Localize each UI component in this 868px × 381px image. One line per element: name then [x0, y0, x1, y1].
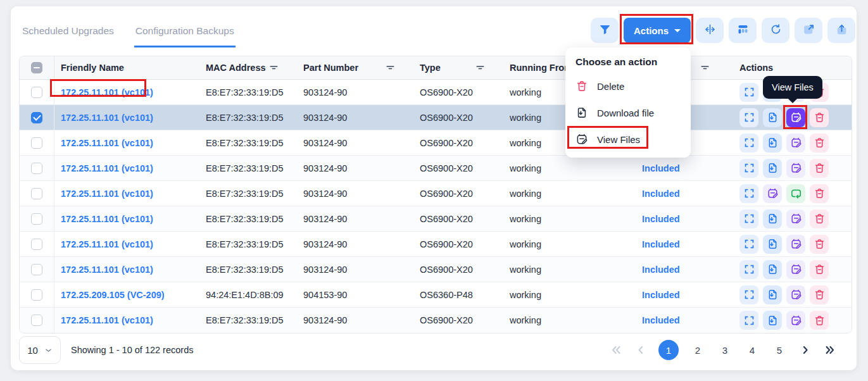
expand-icon[interactable] — [739, 108, 758, 127]
delete-icon[interactable] — [810, 311, 829, 330]
friendly-name-link[interactable]: 172.25.209.105 (VC-209) — [61, 290, 165, 300]
view-files-icon[interactable] — [786, 260, 805, 279]
view-files-icon[interactable] — [786, 159, 805, 178]
select-all-checkbox[interactable] — [31, 62, 42, 73]
included-link[interactable]: Included — [624, 214, 732, 224]
next-page-button[interactable] — [798, 343, 812, 357]
page-size-select[interactable]: 10 — [19, 336, 61, 364]
refresh-button[interactable] — [762, 18, 789, 43]
friendly-name-link[interactable]: 172.25.11.101 (vc101) — [61, 189, 153, 199]
column-resize-icon — [703, 23, 717, 39]
restore-icon[interactable] — [786, 184, 805, 203]
row-checkbox[interactable] — [31, 163, 42, 174]
download-file-icon[interactable] — [763, 134, 782, 153]
menu-item-download-file[interactable]: Download file — [565, 99, 691, 126]
download-file-icon[interactable] — [763, 311, 782, 330]
delete-icon[interactable] — [810, 285, 829, 304]
table-body: 172.25.11.101 (vc101)E8:E7:32:33:19:D590… — [20, 80, 852, 333]
included-link[interactable]: Included — [624, 290, 732, 300]
column-filter-icon[interactable] — [475, 63, 486, 73]
view-files-icon[interactable] — [763, 184, 782, 203]
columns-button[interactable] — [729, 18, 757, 43]
running-from-cell: working — [507, 265, 624, 275]
view-files-icon[interactable] — [786, 108, 805, 127]
mac-address-cell: E8:E7:32:33:19:D5 — [203, 265, 301, 275]
friendly-name-link[interactable]: 172.25.11.101 (vc101) — [61, 87, 153, 97]
download-file-icon[interactable] — [763, 285, 782, 304]
menu-item-delete[interactable]: Delete — [565, 73, 691, 99]
view-files-icon[interactable] — [786, 311, 805, 330]
page-button-3[interactable]: 3 — [717, 345, 733, 356]
column-filter-icon[interactable] — [385, 63, 396, 73]
menu-item-label: Download file — [597, 108, 654, 118]
friendly-name-link[interactable]: 172.25.11.101 (vc101) — [61, 239, 153, 249]
page-button-2[interactable]: 2 — [689, 345, 706, 356]
page-button-5[interactable]: 5 — [771, 345, 788, 356]
row-checkbox[interactable] — [31, 264, 42, 275]
column-filter-icon[interactable] — [700, 63, 710, 73]
filter-button[interactable] — [591, 18, 619, 43]
export-button[interactable] — [795, 18, 822, 43]
delete-icon[interactable] — [810, 260, 829, 279]
row-checkbox[interactable] — [31, 112, 42, 123]
view-files-icon[interactable] — [786, 235, 805, 254]
download-file-icon[interactable] — [763, 260, 782, 279]
friendly-name-link[interactable]: 172.25.11.101 (vc101) — [61, 138, 153, 148]
previous-page-button[interactable] — [634, 343, 648, 357]
download-file-icon[interactable] — [763, 159, 782, 178]
download-file-icon[interactable] — [763, 235, 782, 254]
column-filter-icon[interactable] — [268, 63, 279, 73]
part-number-cell: 903124-90 — [301, 265, 417, 275]
row-checkbox[interactable] — [31, 315, 42, 326]
mac-address-cell: E8:E7:32:33:19:D5 — [203, 214, 301, 224]
page-button-1[interactable]: 1 — [658, 340, 679, 360]
row-checkbox[interactable] — [31, 137, 42, 149]
expand-icon[interactable] — [739, 184, 758, 203]
row-checkbox[interactable] — [31, 188, 42, 199]
included-link[interactable]: Included — [624, 163, 732, 173]
expand-icon[interactable] — [739, 235, 758, 254]
delete-icon[interactable] — [810, 108, 829, 127]
friendly-name-link[interactable]: 172.25.11.101 (vc101) — [61, 315, 153, 325]
delete-icon[interactable] — [810, 209, 829, 228]
tab-configuration-backups[interactable]: Configuration Backups — [134, 20, 236, 47]
expand-icon[interactable] — [739, 134, 758, 153]
view-files-icon[interactable] — [786, 134, 805, 153]
content-card: Scheduled Upgrades Configuration Backups… — [11, 6, 857, 370]
download-file-icon[interactable] — [763, 209, 782, 228]
friendly-name-link[interactable]: 172.25.11.101 (vc101) — [61, 265, 153, 275]
expand-icon[interactable] — [739, 311, 758, 330]
delete-icon[interactable] — [810, 134, 829, 153]
chevron-down-icon — [44, 346, 53, 354]
tab-scheduled-upgrades[interactable]: Scheduled Upgrades — [21, 20, 115, 47]
upload-button[interactable] — [827, 18, 855, 43]
friendly-name-link[interactable]: 172.25.11.101 (vc101) — [61, 113, 153, 123]
expand-icon[interactable] — [739, 285, 758, 304]
view-files-icon[interactable] — [786, 285, 805, 304]
expand-icon[interactable] — [739, 260, 758, 279]
row-checkbox[interactable] — [31, 239, 42, 250]
expand-icon[interactable] — [739, 159, 758, 178]
download-file-icon[interactable] — [763, 108, 782, 127]
expand-icon[interactable] — [739, 209, 758, 228]
menu-item-view-files[interactable]: View Files — [565, 126, 691, 153]
delete-icon[interactable] — [810, 235, 829, 254]
delete-icon[interactable] — [810, 159, 829, 178]
included-link[interactable]: Included — [624, 315, 732, 325]
included-link[interactable]: Included — [624, 265, 732, 275]
expand-icon[interactable] — [739, 83, 758, 102]
included-link[interactable]: Included — [624, 189, 732, 199]
row-checkbox[interactable] — [31, 213, 42, 225]
friendly-name-link[interactable]: 172.25.11.101 (vc101) — [61, 214, 153, 224]
view-files-icon[interactable] — [786, 209, 805, 228]
column-resize-button[interactable] — [696, 18, 724, 43]
last-page-button[interactable] — [823, 343, 837, 357]
row-checkbox[interactable] — [31, 289, 42, 301]
first-page-button[interactable] — [609, 343, 623, 357]
included-link[interactable]: Included — [624, 239, 732, 249]
delete-icon[interactable] — [810, 184, 829, 203]
actions-button[interactable]: Actions — [624, 18, 691, 43]
page-button-4[interactable]: 4 — [744, 345, 760, 356]
friendly-name-link[interactable]: 172.25.11.101 (vc101) — [61, 163, 153, 173]
row-checkbox[interactable] — [31, 87, 42, 98]
